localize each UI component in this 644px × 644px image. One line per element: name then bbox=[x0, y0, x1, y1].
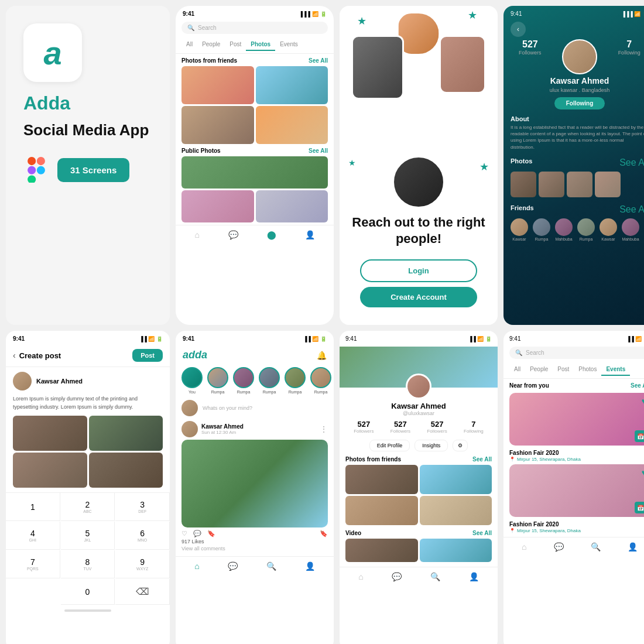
ev-see-all[interactable]: See All bbox=[631, 382, 644, 389]
ev-search-placeholder: Search bbox=[526, 350, 544, 356]
ev-bottom-nav: ⌂ 💬 🔍 👤 bbox=[503, 537, 644, 556]
bookmark-icon[interactable]: 🔖 bbox=[207, 530, 215, 537]
key-3[interactable]: 3DEF bbox=[115, 493, 170, 521]
save-icon[interactable]: 🔖 bbox=[320, 530, 328, 537]
cp-back-btn[interactable]: ‹ Create post bbox=[13, 351, 61, 360]
event-calendar-icon-1[interactable]: 📅 bbox=[635, 430, 644, 442]
create-account-button[interactable]: Create Account bbox=[360, 287, 477, 307]
nav-chat-icon[interactable]: 💬 bbox=[228, 230, 238, 239]
key-6[interactable]: 6MNO bbox=[115, 522, 170, 550]
pl-photos-header: Photos from friends See All bbox=[345, 456, 492, 463]
about-section: About It is a long established fact that… bbox=[503, 112, 644, 154]
back-button[interactable]: ‹ bbox=[511, 22, 526, 37]
edit-profile-button[interactable]: Edit Profile bbox=[369, 440, 410, 451]
pl-photo-3 bbox=[345, 496, 418, 525]
comment-icon[interactable]: 💬 bbox=[193, 530, 201, 537]
story-rumpa2[interactable]: Rumpa bbox=[233, 367, 254, 394]
tabs-row: All People Post Photos Events bbox=[176, 36, 334, 54]
feed-actions: ♡ 💬 🔖 🔖 bbox=[181, 530, 328, 537]
ev-nav-chat-icon[interactable]: 💬 bbox=[554, 542, 564, 551]
pl-profile-handle: @uluxkawsar bbox=[340, 410, 498, 416]
key-7[interactable]: 7PQRS bbox=[6, 550, 60, 578]
followers-label: Followers bbox=[519, 50, 542, 56]
key-4[interactable]: 4GHI bbox=[6, 522, 60, 550]
follow-button[interactable]: Following bbox=[554, 97, 605, 109]
key-5[interactable]: 5JKL bbox=[61, 522, 115, 550]
cp-photo-3 bbox=[13, 453, 87, 488]
nav-search-icon[interactable]: 🔍 bbox=[266, 561, 276, 571]
nav-search-icon[interactable]: 🔍 bbox=[430, 572, 440, 581]
post-input-row[interactable]: Whats on your mind? bbox=[176, 398, 334, 419]
pl-following-count: 7 bbox=[464, 420, 484, 429]
ev-tab-events[interactable]: Events bbox=[601, 364, 630, 376]
pl-photos-see-all[interactable]: See All bbox=[472, 456, 492, 463]
key-0[interactable]: 0 bbox=[61, 579, 115, 605]
tab-people[interactable]: People bbox=[197, 39, 225, 51]
screens-button[interactable]: 31 Screens bbox=[57, 158, 129, 182]
see-all-2[interactable]: See All bbox=[309, 148, 328, 154]
nav-photos-icon[interactable]: ⬤ bbox=[267, 230, 276, 239]
nav-chat-icon[interactable]: 💬 bbox=[228, 561, 238, 571]
post-input-placeholder[interactable]: Whats on your mind? bbox=[203, 405, 328, 411]
tab-photos[interactable]: Photos bbox=[246, 39, 275, 51]
friends-see-all[interactable]: See All bbox=[619, 204, 644, 215]
event-calendar-icon-2[interactable]: 📅 bbox=[635, 502, 644, 513]
ev-status-bar: 9:41 ▐▐ 📶 🔋 bbox=[503, 331, 644, 344]
tab-post[interactable]: Post bbox=[225, 39, 246, 51]
ev-search-bar[interactable]: 🔍 Search bbox=[509, 347, 644, 359]
story-rumpa4[interactable]: Rumpa bbox=[285, 367, 306, 394]
insights-button[interactable]: Insights bbox=[415, 440, 448, 451]
tab-all[interactable]: All bbox=[181, 39, 197, 51]
star-icon-1: ★ bbox=[357, 15, 366, 28]
more-options-icon[interactable]: ⋮ bbox=[320, 424, 328, 434]
dark-status-icons: ▐▐▐ 📶 🔋 bbox=[622, 11, 644, 17]
nav-home-icon[interactable]: ⌂ bbox=[358, 572, 363, 581]
nav-profile-icon[interactable]: 👤 bbox=[305, 561, 315, 571]
section1-label: Photos from friends bbox=[181, 57, 237, 64]
pl-video-see-all[interactable]: See All bbox=[472, 530, 492, 536]
ev-time: 9:41 bbox=[509, 335, 520, 342]
pl-followers2-count: 527 bbox=[390, 420, 410, 429]
friend-item: Rumpa bbox=[577, 218, 595, 241]
key-1[interactable]: 1 bbox=[6, 493, 60, 521]
settings-gear-button[interactable]: ⚙ bbox=[453, 440, 468, 451]
login-button[interactable]: Login bbox=[360, 259, 477, 282]
welcome-photo-3 bbox=[439, 35, 486, 94]
story-rumpa1[interactable]: Rumpa bbox=[207, 367, 228, 394]
nav-profile-icon[interactable]: 👤 bbox=[469, 572, 479, 581]
search-bar[interactable]: 🔍 Search bbox=[181, 22, 328, 34]
ev-tab-all[interactable]: All bbox=[509, 364, 525, 376]
nav-home-icon[interactable]: ⌂ bbox=[194, 230, 199, 239]
nav-home-icon[interactable]: ⌂ bbox=[194, 561, 199, 571]
key-2[interactable]: 2ABC bbox=[61, 493, 115, 521]
event-heart-icon-1[interactable]: ♥ bbox=[642, 396, 644, 406]
key-delete[interactable]: ⌫ bbox=[115, 579, 170, 605]
search-icon: 🔍 bbox=[187, 25, 194, 31]
ev-tab-people[interactable]: People bbox=[525, 364, 553, 376]
see-all-1[interactable]: See All bbox=[309, 57, 328, 64]
key-8[interactable]: 8TUV bbox=[61, 550, 115, 578]
post-button[interactable]: Post bbox=[132, 349, 163, 362]
nav-chat-icon[interactable]: 💬 bbox=[392, 572, 402, 581]
key-9[interactable]: 9WXYZ bbox=[115, 550, 170, 578]
ev-tab-photos[interactable]: Photos bbox=[574, 364, 601, 376]
photos-see-all[interactable]: See All bbox=[619, 157, 644, 168]
story-rumpa5[interactable]: Rumpa bbox=[310, 367, 331, 394]
story-you[interactable]: You bbox=[181, 367, 203, 394]
event-heart-icon-2[interactable]: ♥ bbox=[642, 468, 644, 477]
friend-avatar bbox=[577, 218, 595, 236]
like-icon[interactable]: ♡ bbox=[181, 530, 187, 537]
star-icon-2: ★ bbox=[468, 9, 477, 22]
nav-profile-icon[interactable]: 👤 bbox=[305, 230, 315, 239]
friend-avatar bbox=[622, 218, 639, 236]
ev-tab-post[interactable]: Post bbox=[553, 364, 574, 376]
tab-events[interactable]: Events bbox=[275, 39, 303, 51]
view-comments[interactable]: View all comments bbox=[181, 546, 328, 551]
pl-stat-followers1: 527 Followers bbox=[354, 420, 374, 434]
story-rumpa3[interactable]: Rumpa bbox=[259, 367, 280, 394]
ev-nav-search-icon[interactable]: 🔍 bbox=[591, 542, 601, 551]
ev-nav-home-icon[interactable]: ⌂ bbox=[522, 542, 526, 551]
ev-nav-profile-icon[interactable]: 👤 bbox=[628, 542, 638, 551]
notification-bell-icon[interactable]: 🔔 bbox=[317, 351, 327, 360]
home-indicator bbox=[64, 609, 111, 612]
